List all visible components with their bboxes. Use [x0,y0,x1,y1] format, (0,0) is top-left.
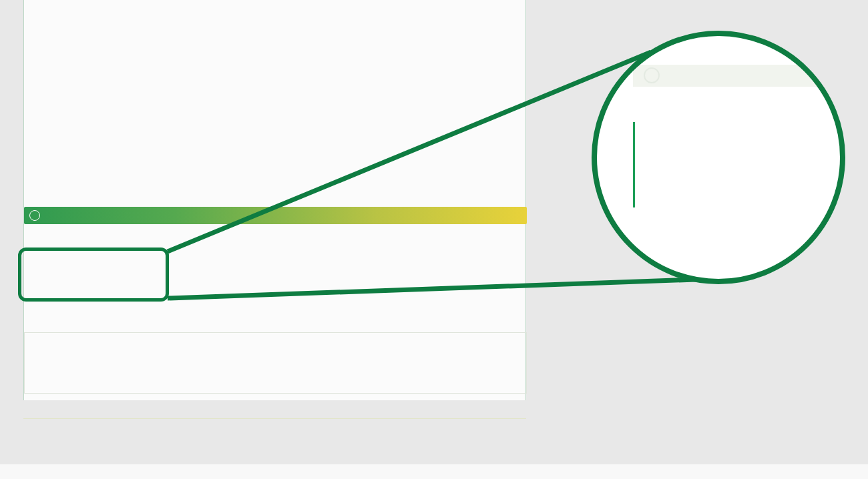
bill-top-sections [24,0,525,1]
magnifier-accent-line [633,122,635,207]
bill-page [23,0,526,400]
footer-divider [23,418,526,419]
magnifier-circle [597,36,840,279]
screenshot-stage [0,0,868,479]
bonus-highlight-box [18,248,169,302]
section-b [24,207,527,231]
section-b-header-bar [24,207,527,224]
magnifier-ghost-badge-icon [644,67,660,83]
bottom-strip [0,464,868,479]
section-b-badge-icon [29,210,40,221]
section-b-groups [24,224,527,231]
magnifier-ghost-section-bar [633,65,840,87]
bill-bottom-section [24,332,527,394]
